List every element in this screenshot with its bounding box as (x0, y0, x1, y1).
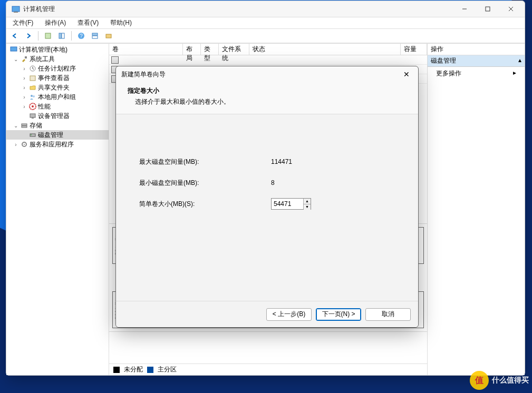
svg-point-23 (32, 105, 34, 107)
chevron-right-icon[interactable]: › (13, 142, 19, 148)
legend: 未分配 主分区 (109, 363, 427, 375)
triangle-right-icon: ▸ (513, 69, 516, 78)
chevron-right-icon[interactable]: › (21, 66, 27, 72)
svg-rect-3 (486, 7, 490, 11)
chevron-down-icon[interactable]: ⌄ (13, 123, 19, 129)
minimize-button[interactable] (453, 2, 476, 16)
volume-row[interactable] (109, 55, 427, 65)
spin-down-button[interactable]: ▼ (304, 204, 311, 210)
users-icon (28, 93, 37, 101)
chevron-down-icon[interactable]: ⌄ (13, 56, 19, 62)
window-title: 计算机管理 (23, 5, 55, 14)
svg-rect-26 (22, 124, 27, 125)
svg-rect-15 (25, 56, 27, 58)
computer-icon (9, 45, 18, 54)
legend-unallocated: 未分配 (124, 365, 143, 374)
chevron-right-icon[interactable]: › (21, 94, 27, 100)
storage-icon (20, 121, 28, 130)
maximize-button[interactable] (476, 2, 499, 16)
watermark-icon: 值 (470, 371, 489, 390)
actions-header: 操作 (428, 44, 525, 55)
svg-rect-7 (59, 33, 61, 38)
app-icon (12, 5, 20, 13)
dialog-close-button[interactable]: ✕ (400, 70, 413, 78)
tree-local-users[interactable]: › 本地用户和组 (6, 92, 109, 102)
max-space-value: 114471 (271, 158, 292, 165)
svg-rect-19 (30, 76, 35, 81)
menubar: 文件(F) 操作(A) 查看(V) 帮助(H) (6, 17, 525, 28)
watermark-text: 什么值得买 (492, 376, 529, 385)
min-space-value: 8 (271, 179, 275, 186)
tree-task-scheduler[interactable]: › 任务计划程序 (6, 64, 109, 73)
tree-system-tools[interactable]: ⌄ 系统工具 (6, 54, 109, 64)
tree-services[interactable]: › 服务和应用程序 (6, 140, 109, 149)
tree-performance[interactable]: › 性能 (6, 102, 109, 111)
view1-icon[interactable] (42, 30, 54, 42)
actions-panel: 操作 磁盘管理 ▴ 更多操作 ▸ (427, 44, 525, 375)
svg-rect-25 (32, 117, 34, 119)
cancel-button[interactable]: 取消 (365, 308, 411, 321)
svg-point-20 (31, 95, 33, 97)
dialog-heading: 指定卷大小 (128, 86, 407, 95)
chevron-right-icon[interactable]: › (21, 85, 27, 91)
svg-rect-0 (12, 6, 20, 12)
svg-rect-8 (62, 33, 64, 38)
settings-icon[interactable] (102, 30, 115, 42)
back-button[interactable]: < 上一步(B) (266, 308, 312, 321)
tree-root[interactable]: 计算机管理(本地) (6, 45, 109, 54)
view3-icon[interactable] (89, 30, 101, 42)
titlebar: 计算机管理 (6, 1, 525, 17)
svg-rect-14 (11, 47, 17, 51)
dialog-title: 新建简单卷向导 (121, 70, 166, 79)
volume-size-label: 简单卷大小(MB)(S): (139, 200, 271, 209)
dialog-header: 指定卷大小 选择介于最大和最小值的卷大小。 (116, 82, 418, 114)
wizard-dialog: 新建简单卷向导 ✕ 指定卷大小 选择介于最大和最小值的卷大小。 最大磁盘空间量(… (115, 66, 419, 328)
col-status[interactable]: 状态 (249, 44, 401, 55)
col-capacity[interactable]: 容量 (401, 44, 427, 55)
dialog-body: 最大磁盘空间量(MB): 114471 最小磁盘空间量(MB): 8 简单卷大小… (116, 114, 418, 301)
actions-more[interactable]: 更多操作 ▸ (428, 67, 525, 80)
folder-share-icon (28, 83, 37, 92)
menu-action[interactable]: 操作(A) (43, 17, 68, 28)
clock-icon (28, 64, 37, 73)
svg-rect-24 (30, 114, 35, 117)
menu-view[interactable]: 查看(V) (75, 17, 101, 28)
legend-unallocated-swatch (113, 367, 120, 373)
chevron-right-icon[interactable]: › (21, 75, 27, 81)
view2-icon[interactable] (55, 30, 68, 42)
tree-device-manager[interactable]: 设备管理器 (6, 111, 109, 121)
svg-rect-11 (92, 33, 98, 35)
triangle-up-icon: ▴ (518, 56, 521, 65)
actions-category[interactable]: 磁盘管理 ▴ (428, 55, 525, 67)
tree-shared-folders[interactable]: › 共享文件夹 (6, 83, 109, 92)
grid-header: 卷 布局 类型 文件系统 状态 容量 (109, 44, 427, 55)
back-icon[interactable] (8, 30, 21, 42)
tree-storage[interactable]: ⌄ 存储 (6, 121, 109, 130)
help-icon[interactable]: ? (75, 30, 88, 42)
col-volume[interactable]: 卷 (109, 44, 183, 55)
svg-text:?: ? (80, 33, 83, 39)
volume-size-spinner: ▲ ▼ (271, 198, 311, 210)
dialog-subheading: 选择介于最大和最小值的卷大小。 (135, 97, 407, 106)
event-icon (28, 74, 37, 82)
menu-file[interactable]: 文件(F) (11, 17, 35, 28)
col-type[interactable]: 类型 (201, 44, 219, 55)
tree-disk-management[interactable]: 磁盘管理 (6, 130, 109, 140)
svg-rect-1 (14, 12, 18, 13)
menu-help[interactable]: 帮助(H) (108, 17, 134, 28)
col-layout[interactable]: 布局 (183, 44, 201, 55)
watermark: 值 什么值得买 (470, 371, 529, 390)
toolbar: ? (6, 28, 525, 43)
chevron-right-icon[interactable]: › (21, 104, 27, 110)
forward-icon[interactable] (22, 30, 35, 42)
spin-up-button[interactable]: ▲ (304, 199, 311, 204)
svg-rect-13 (106, 34, 111, 38)
svg-point-31 (24, 144, 25, 145)
close-button[interactable] (499, 2, 523, 16)
max-space-label: 最大磁盘空间量(MB): (139, 158, 271, 166)
volume-size-input[interactable] (272, 199, 303, 209)
next-button[interactable]: 下一页(N) > (316, 308, 361, 321)
tree-event-viewer[interactable]: › 事件查看器 (6, 73, 109, 83)
col-filesystem[interactable]: 文件系统 (219, 44, 249, 55)
dialog-titlebar: 新建简单卷向导 ✕ (116, 66, 418, 82)
